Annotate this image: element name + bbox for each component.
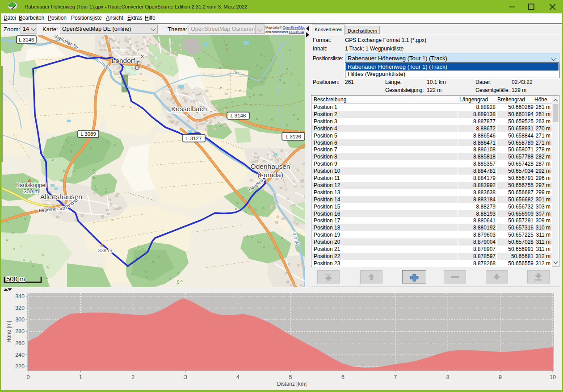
svg-text:1: 1 bbox=[79, 374, 82, 380]
svg-text:3: 3 bbox=[184, 374, 187, 380]
svg-text:0: 0 bbox=[27, 374, 30, 380]
svg-text:10: 10 bbox=[550, 374, 556, 380]
svg-text:Kaulsköppel: Kaulsköppel bbox=[16, 182, 46, 188]
svg-text:220: 220 bbox=[15, 363, 25, 370]
svg-text:L 3146: L 3146 bbox=[231, 113, 246, 118]
svg-text:280: 280 bbox=[15, 328, 25, 334]
svg-text:L 3089: L 3089 bbox=[80, 131, 96, 137]
svg-text:Londorf: Londorf bbox=[112, 57, 135, 64]
svg-text:2: 2 bbox=[131, 374, 134, 380]
svg-text:300: 300 bbox=[15, 317, 25, 323]
svg-text:5: 5 bbox=[289, 374, 292, 380]
svg-text:L 3126: L 3126 bbox=[286, 134, 301, 139]
svg-text:7: 7 bbox=[394, 374, 397, 380]
svg-text:320: 320 bbox=[15, 305, 25, 311]
svg-text:Odenhausen: Odenhausen bbox=[251, 163, 290, 170]
svg-text:500 m: 500 m bbox=[6, 275, 25, 283]
svg-text:Distanz [km]: Distanz [km] bbox=[277, 381, 307, 387]
svg-text:4: 4 bbox=[236, 374, 239, 380]
svg-text:Höhe [m]: Höhe [m] bbox=[6, 321, 12, 343]
svg-text:6: 6 bbox=[341, 374, 345, 380]
svg-text:L 3146: L 3146 bbox=[19, 37, 34, 42]
svg-text:L 3127: L 3127 bbox=[186, 136, 202, 141]
svg-text:260: 260 bbox=[15, 340, 25, 346]
svg-text:9: 9 bbox=[499, 374, 502, 380]
svg-text:340: 340 bbox=[15, 293, 25, 300]
svg-text:Kesselbach: Kesselbach bbox=[171, 105, 207, 113]
svg-text:338 m: 338 m bbox=[98, 248, 112, 253]
svg-text:8: 8 bbox=[446, 374, 450, 380]
svg-text:240: 240 bbox=[15, 352, 25, 358]
svg-text:300 m: 300 m bbox=[24, 188, 39, 195]
